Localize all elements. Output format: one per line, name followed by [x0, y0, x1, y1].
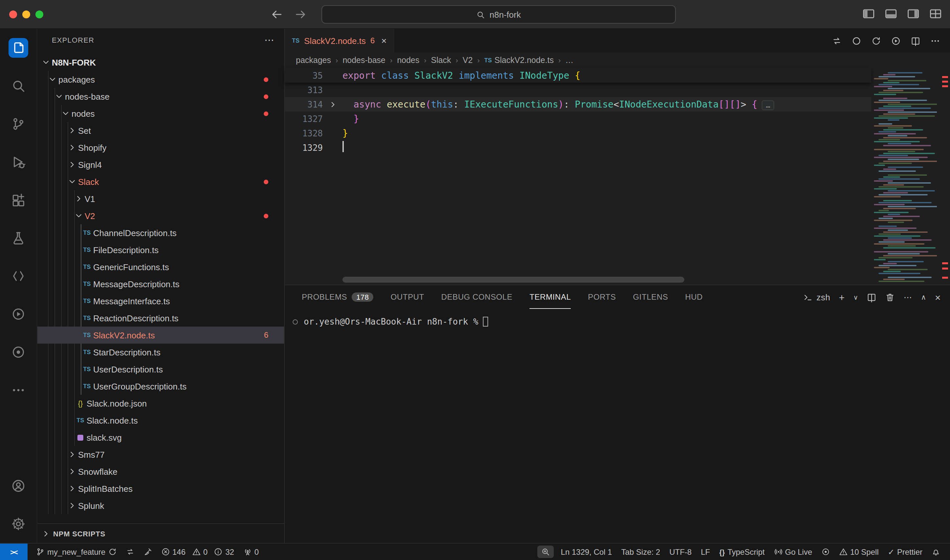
- tab-slackv2-node-ts[interactable]: TS SlackV2.node.ts 6 ×: [285, 29, 395, 52]
- tree-folder-shopify[interactable]: Shopify: [37, 139, 284, 156]
- split-terminal-icon[interactable]: [867, 292, 877, 302]
- tree-folder-nodes-base[interactable]: nodes-base: [37, 88, 284, 105]
- refresh-icon[interactable]: [871, 36, 881, 46]
- eol-indicator[interactable]: LF: [696, 547, 714, 556]
- activity-item-search[interactable]: [0, 67, 37, 105]
- spell-checker-item[interactable]: 10 Spell: [835, 547, 884, 556]
- tree-folder-signl4[interactable]: Signl4: [37, 156, 284, 173]
- nav-back-icon[interactable]: [270, 8, 283, 21]
- activity-item-remote-explorer[interactable]: [0, 257, 37, 295]
- zoom-window-button[interactable]: [35, 10, 43, 18]
- breadcrumb-item[interactable]: Slack: [431, 56, 451, 65]
- tree-file-usergroupdescription.ts[interactable]: TSUserGroupDescription.ts: [37, 378, 284, 395]
- maximize-panel-icon[interactable]: ∧: [921, 293, 926, 301]
- tab-size[interactable]: Tab Size: 2: [617, 547, 665, 556]
- activity-item-live-share[interactable]: [0, 295, 37, 333]
- activity-item-testing[interactable]: [0, 219, 37, 257]
- tree-folder-packages[interactable]: packages: [37, 71, 284, 88]
- tree-file-slack.svg[interactable]: slack.svg: [37, 429, 284, 446]
- activity-item-source-control[interactable]: [0, 105, 37, 143]
- tree-folder-slack[interactable]: Slack: [37, 173, 284, 190]
- zoom-indicator[interactable]: [537, 546, 554, 558]
- breadcrumb-item[interactable]: V2: [462, 56, 473, 65]
- panel-tab-problems[interactable]: PROBLEMS178: [302, 285, 374, 309]
- folded-code-indicator[interactable]: …: [762, 100, 774, 110]
- tree-folder-snowflake[interactable]: Snowflake: [37, 463, 284, 480]
- activity-item-settings[interactable]: [0, 505, 37, 543]
- minimap[interactable]: [871, 69, 937, 285]
- remote-indicator[interactable]: ><: [0, 544, 28, 560]
- minimize-window-button[interactable]: [22, 10, 30, 18]
- breadcrumb-item[interactable]: TSSlackV2.node.ts: [484, 56, 554, 65]
- tree-file-reactiondescription.ts[interactable]: TSReactionDescription.ts: [37, 309, 284, 326]
- tree-folder-nodes[interactable]: nodes: [37, 105, 284, 122]
- tree-folder-v2[interactable]: V2: [37, 207, 284, 224]
- tree-file-genericfunctions.ts[interactable]: TSGenericFunctions.ts: [37, 258, 284, 275]
- tree-file-slack.node.ts[interactable]: TSSlack.node.ts: [37, 412, 284, 429]
- activity-item-extensions[interactable]: [0, 181, 37, 219]
- overview-ruler[interactable]: [937, 68, 950, 285]
- activity-item-explorer[interactable]: [0, 29, 37, 67]
- panel-tab-terminal[interactable]: TERMINAL: [530, 285, 571, 309]
- breadcrumb-item[interactable]: …: [565, 56, 573, 65]
- ports-status-item[interactable]: 0: [239, 547, 263, 556]
- fold-chevron-icon[interactable]: [323, 100, 342, 109]
- terminal[interactable]: or.yesh@Ors-MacBook-Air n8n-fork %: [285, 309, 950, 543]
- tree-file-slackv2.node.ts[interactable]: TSSlackV2.node.ts6: [37, 326, 284, 344]
- code-line-1329[interactable]: 1329: [285, 140, 871, 155]
- customize-layout-icon[interactable]: [929, 7, 942, 20]
- code-line-313[interactable]: 313: [285, 83, 871, 97]
- tree-folder-set[interactable]: Set: [37, 122, 284, 139]
- tree-folder-splunk[interactable]: Splunk: [37, 497, 284, 514]
- run-file-icon[interactable]: [891, 36, 901, 46]
- code-editor[interactable]: 35export class SlackV2 implements INodeT…: [285, 68, 950, 285]
- tree-file-slack.node.json[interactable]: {}Slack.node.json: [37, 395, 284, 412]
- tree-folder-sms77[interactable]: Sms77: [37, 446, 284, 463]
- tree-folder-v1[interactable]: V1: [37, 190, 284, 207]
- encoding[interactable]: UTF-8: [665, 547, 696, 556]
- command-center-search[interactable]: n8n-fork: [322, 5, 676, 24]
- activity-item-accounts[interactable]: [0, 467, 37, 505]
- breadcrumb-item[interactable]: packages: [296, 56, 331, 65]
- tree-file-stardescription.ts[interactable]: TSStarDescription.ts: [37, 344, 284, 361]
- cursor-position[interactable]: Ln 1329, Col 1: [556, 547, 617, 556]
- panel-more-icon[interactable]: ⋯: [904, 292, 913, 302]
- code-line-1327[interactable]: 1327 }: [285, 111, 871, 126]
- toggle-right-sidebar-icon[interactable]: [907, 7, 920, 20]
- explorer-more-actions-icon[interactable]: ⋯: [265, 34, 275, 46]
- language-mode[interactable]: {} TypeScript: [715, 547, 770, 556]
- tree-file-filedescription.ts[interactable]: TSFileDescription.ts: [37, 241, 284, 258]
- split-editor-icon[interactable]: [911, 36, 921, 46]
- tree-file-userdescription.ts[interactable]: TSUserDescription.ts: [37, 361, 284, 378]
- tree-file-messagedescription.ts[interactable]: TSMessageDescription.ts: [37, 275, 284, 292]
- panel-tab-gitlens[interactable]: GITLENS: [633, 285, 668, 309]
- tree-folder-splitinbatches[interactable]: SplitInBatches: [37, 480, 284, 497]
- panel-tab-debug-console[interactable]: DEBUG CONSOLE: [441, 285, 513, 309]
- tree-folder-n8n-fork[interactable]: N8N-FORK: [37, 54, 284, 71]
- compare-status-item[interactable]: [121, 548, 139, 556]
- close-panel-icon[interactable]: ×: [935, 291, 941, 303]
- close-window-button[interactable]: [9, 10, 17, 18]
- tree-file-channeldescription.ts[interactable]: TSChannelDescription.ts: [37, 224, 284, 241]
- activity-item-more-views[interactable]: [0, 371, 37, 409]
- gitlens-status-item[interactable]: [817, 548, 835, 556]
- prettier-item[interactable]: ✓ Prettier: [884, 547, 927, 556]
- panel-tab-ports[interactable]: PORTS: [588, 285, 616, 309]
- sticky-scroll-line[interactable]: 35export class SlackV2 implements INodeT…: [285, 68, 871, 83]
- activity-item-run-and-debug[interactable]: [0, 143, 37, 181]
- tree-file-messageinterface.ts[interactable]: TSMessageInterface.ts: [37, 292, 284, 309]
- terminal-profile-selector[interactable]: zsh: [803, 292, 830, 302]
- problems-status-item[interactable]: 146 0 32: [157, 547, 239, 556]
- code-line-1328[interactable]: 1328}: [285, 126, 871, 140]
- breadcrumb-item[interactable]: nodes-base: [342, 56, 385, 65]
- toggle-left-sidebar-icon[interactable]: [862, 7, 875, 20]
- cleanup-status-item[interactable]: [139, 548, 157, 556]
- circle-action-icon[interactable]: [851, 36, 861, 46]
- horizontal-scrollbar[interactable]: [342, 277, 684, 283]
- git-branch-item[interactable]: my_new_feature: [31, 547, 121, 556]
- terminal-dropdown-icon[interactable]: ∨: [853, 294, 858, 301]
- npm-scripts-section[interactable]: NPM SCRIPTS: [37, 523, 284, 543]
- new-terminal-icon[interactable]: +: [839, 291, 845, 303]
- notifications-item[interactable]: [927, 548, 945, 556]
- breadcrumb-item[interactable]: nodes: [397, 56, 419, 65]
